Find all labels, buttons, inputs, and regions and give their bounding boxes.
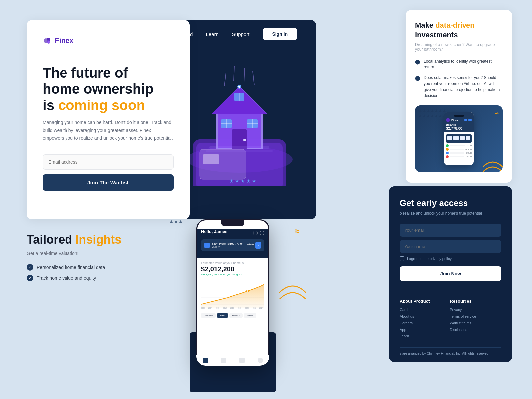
time-btn-week[interactable]: Week [244, 313, 256, 318]
footer-link-card[interactable]: Card [400, 308, 430, 312]
sign-in-button[interactable]: Sign In [263, 28, 297, 40]
feature-text-1: Local analytics to identify with greates… [424, 58, 503, 70]
footer-resources: Resources Privacy Terms of service Waitl… [450, 299, 476, 341]
nav-support[interactable]: Support [232, 31, 250, 37]
time-btn-decade[interactable]: Decade [201, 313, 216, 318]
phone-value-change: +388,855, from when you bought it [201, 273, 264, 276]
investments-panel: Make data-driven investments Dreaming of… [406, 10, 512, 183]
svg-point-12 [243, 139, 246, 141]
tailored-feature-text-1: Personalized home financial data [37, 265, 105, 270]
early-access-subtitle: o realize and unlock your home's true po… [400, 211, 501, 216]
phone-value-label: Estimated value of your home is [201, 261, 264, 265]
nav-chart-icon [239, 358, 245, 363]
svg-rect-30 [206, 150, 273, 152]
phone-bottom-nav [197, 355, 268, 365]
email-input[interactable] [43, 154, 174, 170]
check-circle-1: ✓ [27, 264, 33, 271]
svg-line-26 [234, 66, 234, 81]
access-name-input[interactable] [400, 240, 501, 253]
svg-marker-41 [431, 115, 434, 117]
svg-marker-44 [443, 115, 446, 117]
waitlist-button[interactable]: Join The Waitlist [43, 174, 174, 191]
access-email-input[interactable] [400, 224, 501, 237]
svg-marker-31 [419, 109, 422, 112]
phone-large-mockup: Hello, James 3394 Hurry Street, Allen, T… [196, 219, 269, 366]
phone-chart-area: 2000 2004 2008 2012 2016 2018 2020 2022 … [201, 279, 264, 309]
svg-point-2 [47, 40, 50, 44]
phone-small-mockup: Finex Balance $2,778.00 [444, 112, 474, 165]
early-access-title: Get early access [400, 198, 501, 208]
privacy-checkbox[interactable] [400, 256, 404, 261]
svg-marker-38 [419, 115, 422, 117]
phone-address-text: 3394 Hurry Street, Allen, Texas, 75002 [212, 242, 255, 249]
svg-text:2024: 2024 [259, 307, 263, 309]
footer-link-waitlist-terms[interactable]: Waitlist terms [450, 321, 476, 325]
footer-link-careers[interactable]: Careers [400, 321, 430, 325]
svg-line-28 [253, 71, 254, 85]
svg-text:2018: 2018 [238, 307, 241, 309]
footer-link-terms[interactable]: Terms of service [450, 314, 476, 318]
early-access-panel: Get early access o realize and unlock yo… [389, 186, 512, 293]
phone-notch [221, 220, 244, 226]
phone-screen-header: Hello, James 3394 Hurry Street, Allen, T… [197, 229, 268, 258]
svg-marker-36 [439, 109, 442, 112]
join-now-button[interactable]: Join Now [400, 266, 501, 281]
svg-text:★ ★ ★ ★ ★: ★ ★ ★ ★ ★ [229, 178, 256, 184]
check-circle-2: ✓ [27, 275, 33, 281]
investments-subtitle: Dreaming of a new kitchen? Want to upgra… [415, 42, 503, 52]
svg-marker-43 [439, 115, 442, 117]
footer-copyright: s are arranged by Chimney Financial, Inc… [400, 347, 501, 355]
svg-marker-40 [427, 115, 430, 117]
svg-marker-33 [427, 109, 430, 112]
footer-resources-title: Resources [450, 299, 476, 304]
footer-link-about[interactable]: About us [400, 314, 430, 318]
tailored-feature-text-2: Track home value and equity [37, 275, 96, 281]
zigzag-decoration-right: ≈ [495, 109, 499, 116]
hero-subtext: Managing your home can be hard. Don't do… [43, 119, 174, 142]
brand-name: Finex [55, 36, 73, 45]
phone-screen-body: Estimated value of your home is $2,012,2… [197, 258, 268, 326]
svg-point-66 [247, 290, 248, 292]
svg-line-25 [224, 73, 226, 86]
check-icon-2: ⬤ [415, 75, 420, 81]
footer-link-disclosures[interactable]: Disclosures [450, 328, 476, 332]
svg-rect-7 [203, 154, 219, 164]
privacy-text: I agree to the privacy policy [407, 257, 452, 261]
footer-link-privacy[interactable]: Privacy [450, 308, 476, 312]
tailored-subtitle: Get a real-time valuation! [27, 251, 160, 256]
svg-line-27 [244, 68, 245, 82]
svg-text:2020: 2020 [245, 307, 249, 309]
logo-area: Finex [43, 36, 174, 45]
svg-text:2000: 2000 [201, 307, 205, 309]
footer-link-learn[interactable]: Learn [400, 334, 430, 338]
footer-columns: About Product Card About us Careers App … [400, 299, 501, 341]
svg-text:2016: 2016 [230, 307, 234, 309]
svg-marker-34 [431, 109, 434, 112]
phone-time-buttons: Decade Year Month Week [201, 313, 264, 318]
nav-learn[interactable]: Learn [206, 31, 218, 37]
time-btn-month[interactable]: Month [229, 313, 243, 318]
phone-value-amount: $2,012,200 [201, 265, 264, 273]
phone-mockup-right: ≈ Finex Balance $2,778.00 [415, 105, 503, 172]
bottom-phone-section: ≈ Hello, James 3 [163, 206, 303, 392]
svg-point-24 [238, 86, 240, 88]
orange-arc [483, 152, 503, 172]
investment-feature-2: ⬤ Does solar makes sense for you? Should… [415, 75, 503, 99]
svg-text:2022: 2022 [253, 307, 256, 309]
svg-text:2012: 2012 [223, 307, 227, 309]
footer-link-app[interactable]: App [400, 328, 430, 332]
svg-marker-32 [423, 109, 426, 112]
svg-text:2008: 2008 [216, 307, 219, 309]
check-icon-1: ⬤ [415, 59, 420, 64]
tailored-feature-1: ✓ Personalized home financial data [27, 264, 160, 271]
investment-feature-1: ⬤ Local analytics to identify with great… [415, 58, 503, 70]
svg-marker-37 [443, 109, 446, 112]
phone-address-arrow: › [255, 242, 261, 249]
hero-heading: The future of home ownership is coming s… [43, 65, 174, 113]
time-btn-year[interactable]: Year [217, 313, 228, 318]
dots-decoration [419, 109, 442, 123]
phone-address-card: 3394 Hurry Street, Allen, Texas, 75002 › [201, 239, 264, 251]
finex-logo-icon [43, 36, 52, 45]
svg-text:2004: 2004 [208, 307, 212, 309]
svg-marker-60 [174, 220, 178, 223]
